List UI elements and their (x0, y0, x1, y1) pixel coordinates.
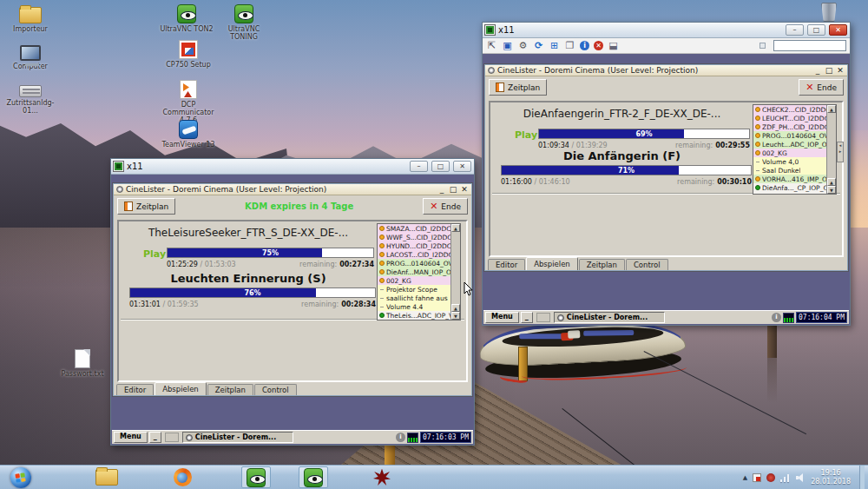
desktop-icon-computer[interactable]: Computer (0, 45, 61, 70)
app-close-button[interactable]: ✕ (460, 185, 469, 194)
desktop-icon-ultravnc-ton2[interactable]: UltraVNC TON2 (156, 4, 217, 33)
fullscreen-icon[interactable]: ▣ (502, 41, 513, 51)
playlist-item[interactable]: Leucht...ADC_IOP_OV (753, 140, 826, 149)
playlist-item[interactable]: LACOST...CID_I2DDCP (378, 250, 450, 259)
playlist-item[interactable]: Projektor Scope (378, 285, 450, 294)
show-desktop-button[interactable] (859, 466, 865, 489)
window-toggle-icon[interactable]: ❐ (564, 41, 575, 51)
taskbar-item-cinelister[interactable]: CineLister - Dorem... (182, 432, 293, 443)
playlist-item[interactable]: CHECK2...CID_I2DDCP (753, 105, 826, 114)
tab-control[interactable]: Control (254, 384, 297, 395)
info-icon[interactable]: i (772, 313, 781, 322)
scale-icon[interactable]: ⬓ (608, 41, 619, 51)
app-titlebar[interactable]: CineLister - Doremi Cinema (User Level: … (114, 184, 471, 195)
playlist-item[interactable]: 002_KG (753, 149, 826, 157)
close-button[interactable]: ✕ (453, 161, 471, 172)
playlist-item[interactable]: 002_KG (378, 276, 450, 285)
close-button[interactable]: ✕ (829, 24, 847, 36)
playlist-item[interactable]: LEUCHT...CID_I2DDCP (753, 114, 826, 122)
maximize-button[interactable]: □ (431, 161, 450, 172)
playlist-item[interactable]: Volume 4,0 (753, 157, 826, 166)
tab-abspielen[interactable]: Abspielen (155, 382, 207, 395)
ende-button[interactable]: ✕ Ende (799, 79, 844, 96)
playlist-item[interactable]: PROG...0140604_OV (753, 131, 826, 140)
tab-zeitplan[interactable]: Zeitplan (207, 384, 253, 395)
scroll-up-icon[interactable]: ▲ (451, 304, 460, 312)
info-icon[interactable]: i (580, 41, 589, 50)
zeitplan-button[interactable]: Zeitplan (489, 79, 547, 96)
info-icon[interactable]: i (396, 433, 405, 442)
playlist-item[interactable]: Saal Dunkel (753, 166, 826, 175)
iconify-button[interactable]: _ (149, 432, 161, 443)
tab-editor[interactable]: Editor (488, 259, 525, 270)
minimize-button[interactable]: – (410, 161, 428, 172)
playlist-item[interactable]: WWF_S...CID_I2DDCP (378, 233, 450, 241)
maximize-button[interactable]: □ (807, 24, 825, 36)
tab-zeitplan[interactable]: Zeitplan (579, 259, 625, 270)
refresh-icon[interactable]: ⟳ (533, 41, 544, 51)
panel-splitter-handle[interactable]: ◂▸ (837, 142, 844, 162)
playlist-item[interactable]: Volume 4.4 (378, 302, 450, 311)
playlist-scrollbar[interactable]: ▲ ▲ ▼ (826, 105, 836, 194)
speaker-icon[interactable] (796, 473, 806, 482)
menu-button[interactable]: Menu (114, 432, 148, 443)
playlist-item[interactable]: saallicht fahne aus (378, 294, 450, 302)
tab-editor[interactable]: Editor (116, 384, 154, 395)
start-button[interactable] (10, 467, 31, 488)
playlist-item[interactable]: TheLeis...ADC_IOP_VF (378, 311, 450, 320)
desktop-icon-importeur[interactable]: Importeur (0, 7, 61, 33)
playlist[interactable]: SMAZA...CID_I2DDCP WWF_S...CID_I2DDCP HY… (378, 224, 450, 320)
app-titlebar[interactable]: CineLister - Doremi Cinema (User Level: … (485, 65, 847, 76)
playlist-item[interactable]: HYUND...CID_I2DDCP (378, 241, 450, 250)
iconify-button[interactable]: _ (521, 312, 533, 323)
desktop-icon-passwort[interactable]: Passwort.txt (52, 349, 113, 378)
scroll-up-icon[interactable]: ▲ (827, 178, 836, 186)
playlist-item[interactable]: ZDF_PH...CID_I2DDCP (753, 122, 826, 131)
ctrl-alt-del-icon[interactable]: ⊞ (549, 41, 560, 51)
taskbar-firefox-button[interactable] (174, 468, 192, 486)
desktop-icon-teamviewer[interactable]: TeamViewer 13 (158, 120, 219, 149)
menu-button[interactable]: Menu (485, 312, 519, 323)
playlist-item[interactable]: DieAnf...MAN_IOP_OV (378, 268, 450, 276)
scroll-up-icon[interactable]: ▲ (451, 224, 460, 232)
taskbar-ultravnc-1-button[interactable] (241, 466, 271, 488)
zeitplan-button[interactable]: Zeitplan (117, 198, 175, 215)
pager-button[interactable] (165, 433, 179, 442)
scroll-up-icon[interactable]: ▲ (827, 105, 836, 113)
tray-vnc-icon[interactable] (753, 473, 761, 482)
pager-button[interactable] (536, 313, 550, 322)
taskbar-item-cinelister[interactable]: CineLister - Dorem... (554, 312, 665, 323)
desktop-icon-ultravnc-toning[interactable]: UltraVNC TONING (214, 4, 274, 41)
window-titlebar[interactable]: x11 – □ ✕ (111, 159, 474, 175)
send-cursor-icon[interactable]: ⇱ (486, 41, 497, 51)
playlist-item[interactable]: SMAZA...CID_I2DDCP (378, 224, 450, 233)
taskbar-app-button[interactable] (373, 469, 391, 486)
tray-app-icon[interactable] (766, 473, 775, 482)
ende-button[interactable]: ✕ Ende (423, 198, 468, 215)
disconnect-icon[interactable]: ✕ (594, 41, 603, 50)
taskbar-ultravnc-2-button[interactable] (299, 466, 328, 488)
tab-abspielen[interactable]: Abspielen (526, 257, 578, 270)
playlist-scrollbar[interactable]: ▲ ▲ ▼ (450, 224, 460, 320)
window-titlebar[interactable]: x11 – □ ✕ (483, 23, 850, 38)
desktop-icon-cp750[interactable]: CP750 Setup (158, 40, 219, 69)
scroll-down-icon[interactable]: ▼ (451, 312, 460, 320)
playlist-item[interactable]: VORHA...416_IMP_OV (753, 175, 826, 183)
app-minimize-button[interactable]: _ (437, 185, 446, 194)
app-maximize-button[interactable]: □ (449, 185, 457, 194)
desktop-icon-dcp-communicator[interactable]: DCP Communicator 4.7.6 (158, 80, 219, 124)
playlist-item[interactable]: DieAnfa..._CP_IOP_OV (753, 183, 826, 192)
taskbar-explorer-button[interactable] (95, 469, 118, 486)
tray-expand-icon[interactable]: ▲ (743, 474, 747, 481)
desktop-icon-zutritt[interactable]: Zutrittsanldg-01... (0, 85, 61, 115)
network-signal-icon[interactable] (780, 473, 791, 482)
minimize-button[interactable]: – (786, 24, 804, 36)
tab-control[interactable]: Control (626, 259, 668, 270)
settings-gear-icon[interactable]: ⚙ (517, 41, 529, 51)
app-close-button[interactable]: ✕ (836, 66, 845, 75)
scroll-down-icon[interactable]: ▼ (827, 186, 836, 194)
app-minimize-button[interactable]: _ (813, 66, 822, 75)
vnc-host-input[interactable] (773, 40, 846, 51)
tray-clock[interactable]: 19:16 28.01.2018 (811, 469, 854, 486)
app-maximize-button[interactable]: □ (825, 66, 833, 75)
